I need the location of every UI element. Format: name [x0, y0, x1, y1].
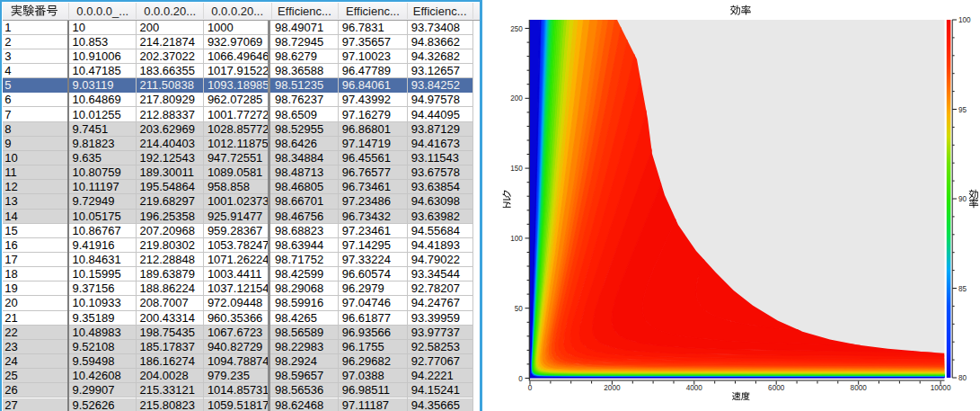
svg-text:90: 90 [958, 195, 967, 203]
svg-text:4000: 4000 [686, 384, 703, 392]
svg-text:50: 50 [515, 305, 524, 313]
svg-text:0: 0 [528, 384, 533, 392]
svg-text:8000: 8000 [851, 384, 868, 392]
svg-text:100: 100 [510, 235, 523, 243]
svg-text:150: 150 [510, 165, 523, 173]
svg-text:0: 0 [518, 375, 523, 383]
svg-text:10000: 10000 [931, 384, 951, 392]
svg-text:6000: 6000 [768, 384, 785, 392]
svg-text:100: 100 [958, 16, 971, 24]
svg-text:85: 85 [958, 285, 967, 293]
svg-text:200: 200 [510, 94, 523, 103]
svg-text:2000: 2000 [604, 384, 621, 392]
svg-text:95: 95 [958, 106, 967, 114]
svg-text:250: 250 [510, 25, 523, 33]
svg-text:80: 80 [958, 374, 967, 382]
